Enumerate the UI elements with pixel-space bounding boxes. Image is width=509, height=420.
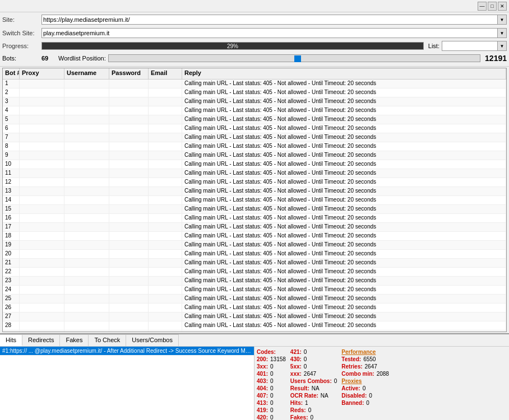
cell-password	[109, 115, 149, 124]
tabs-bar: Hits Redirects Fakes To Check Users/Comb…	[0, 334, 509, 347]
hit-item[interactable]: #1:https:// ... @play.mediasetpremium.it…	[0, 347, 254, 356]
table-row: 18 Calling main URL - Last status: 405 -…	[3, 232, 506, 241]
cell-proxy	[20, 304, 64, 312]
cell-proxy	[20, 205, 64, 213]
cell-password	[109, 187, 149, 195]
cell-email	[149, 115, 182, 124]
stat-retries-label: Retries:	[341, 363, 362, 370]
table-row: 8 Calling main URL - Last status: 405 - …	[3, 142, 506, 151]
stat-xxx: xxx: 2647	[290, 371, 337, 377]
cell-username	[64, 97, 109, 106]
cell-email	[149, 169, 182, 178]
site-input[interactable]	[41, 15, 498, 25]
table-row: 17 Calling main URL - Last status: 405 -…	[3, 223, 506, 232]
cell-email	[149, 160, 182, 169]
cell-reply: Calling main URL - Last status: 405 - No…	[182, 106, 506, 115]
cell-username	[64, 169, 109, 178]
stat-3xx-value: 0	[270, 363, 274, 370]
site-dropdown-btn[interactable]: ▼	[498, 15, 507, 25]
table-row: 1 Calling main URL - Last status: 405 - …	[3, 80, 506, 88]
stat-401-value: 0	[270, 371, 274, 377]
minimize-button[interactable]: —	[478, 2, 487, 11]
stat-420: 420: 0	[257, 414, 286, 420]
table-row: 29 Calling main URL - Last status: 405 -…	[3, 330, 506, 332]
title-bar-controls: — □ ✕	[478, 2, 507, 11]
bottom-tabs-container: Hits Redirects Fakes To Check Users/Comb…	[0, 333, 509, 420]
cell-bot: 18	[3, 232, 20, 240]
cell-email	[149, 88, 182, 97]
cell-bot: 28	[3, 321, 20, 330]
stat-421: 421: 0	[290, 349, 337, 355]
cell-proxy	[20, 133, 64, 142]
cell-password	[109, 250, 149, 258]
table-row: 15 Calling main URL - Last status: 405 -…	[3, 205, 506, 214]
cell-password	[109, 169, 149, 178]
cell-username	[64, 115, 109, 124]
stat-419: 419: 0	[257, 407, 286, 413]
stat-combo-min-label: Combo min:	[341, 371, 374, 377]
cell-proxy	[20, 160, 64, 169]
cell-username	[64, 124, 109, 133]
cell-username	[64, 178, 109, 186]
col-username: Username	[64, 68, 109, 79]
cell-password	[109, 151, 149, 160]
cell-proxy	[20, 80, 64, 88]
tab-users-combos[interactable]: Users/Combos	[126, 334, 179, 346]
cell-proxy	[20, 232, 64, 240]
table-row: 21 Calling main URL - Last status: 405 -…	[3, 259, 506, 268]
stat-404-label: 404:	[257, 385, 268, 391]
cell-proxy	[20, 196, 64, 204]
tab-to-check[interactable]: To Check	[89, 334, 126, 346]
stat-disabled: Disabled: 0	[341, 393, 389, 399]
cell-bot: 21	[3, 259, 20, 267]
wordlist-slider[interactable]	[108, 54, 480, 62]
stat-users-label: Users Combos:	[290, 378, 332, 384]
stat-active: Active: 0	[341, 385, 389, 391]
stat-users-value: 0	[334, 378, 337, 384]
tab-hits[interactable]: Hits	[0, 334, 22, 346]
cell-username	[64, 241, 109, 249]
list-input[interactable]	[442, 41, 498, 51]
maximize-button[interactable]: □	[488, 2, 497, 11]
col-reply: Reply	[182, 68, 506, 79]
table-row: 20 Calling main URL - Last status: 405 -…	[3, 250, 506, 259]
stat-419-label: 419:	[257, 407, 268, 413]
cell-proxy	[20, 295, 64, 303]
site-label: Site:	[2, 16, 41, 23]
switch-site-input[interactable]	[41, 28, 498, 38]
table-row: 3 Calling main URL - Last status: 405 - …	[3, 97, 506, 106]
cell-email	[149, 268, 182, 276]
progress-bar: 29%	[41, 42, 424, 50]
stat-result: Result: NA	[290, 385, 337, 391]
cell-email	[149, 124, 182, 133]
cell-reply: Calling main URL - Last status: 405 - No…	[182, 277, 506, 285]
cell-proxy	[20, 169, 64, 178]
close-button[interactable]: ✕	[498, 2, 507, 11]
switch-site-label: Switch Site:	[2, 30, 41, 36]
cell-reply: Calling main URL - Last status: 405 - No…	[182, 241, 506, 249]
cell-bot: 11	[3, 169, 20, 178]
stat-active-value: 0	[363, 385, 366, 391]
tab-redirects[interactable]: Redirects	[22, 334, 60, 346]
cell-email	[149, 80, 182, 88]
stat-disabled-label: Disabled:	[341, 393, 367, 399]
cell-username	[64, 214, 109, 222]
cell-password	[109, 295, 149, 303]
hits-list[interactable]: #1:https:// ... @play.mediasetpremium.it…	[0, 347, 254, 420]
cell-bot: 22	[3, 268, 20, 276]
list-dropdown-btn[interactable]: ▼	[498, 41, 507, 51]
perf-header: Performance	[341, 349, 376, 355]
stat-420-value: 0	[270, 414, 274, 420]
stat-reds-value: 0	[308, 407, 312, 413]
stat-active-label: Active:	[341, 385, 360, 391]
switch-site-dropdown-btn[interactable]: ▼	[498, 28, 507, 38]
cell-email	[149, 106, 182, 115]
stat-407: 407: 0	[257, 393, 286, 399]
tab-fakes[interactable]: Fakes	[60, 334, 89, 346]
table-row: 14 Calling main URL - Last status: 405 -…	[3, 196, 506, 205]
switch-site-row: Switch Site: ▼	[2, 27, 507, 39]
big-number: 12191	[485, 54, 507, 63]
cell-password	[109, 232, 149, 240]
cell-username	[64, 330, 109, 332]
stat-ocr-label: OCR Rate:	[290, 393, 318, 399]
